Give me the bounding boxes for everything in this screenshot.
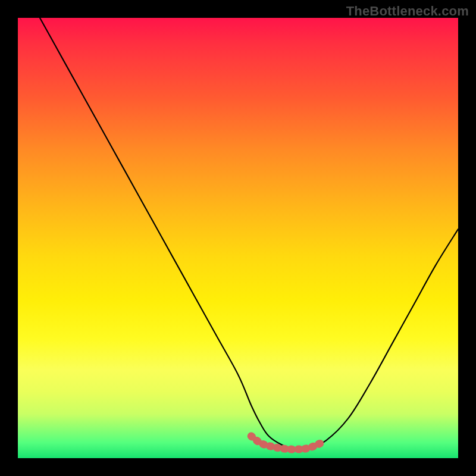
main-curve (40, 18, 458, 450)
chart-frame: TheBottleneck.com (0, 0, 476, 476)
watermark-text: TheBottleneck.com (346, 4, 469, 19)
plot-svg (18, 18, 458, 458)
plot-area (18, 18, 458, 458)
bottom-highlight (251, 436, 321, 449)
